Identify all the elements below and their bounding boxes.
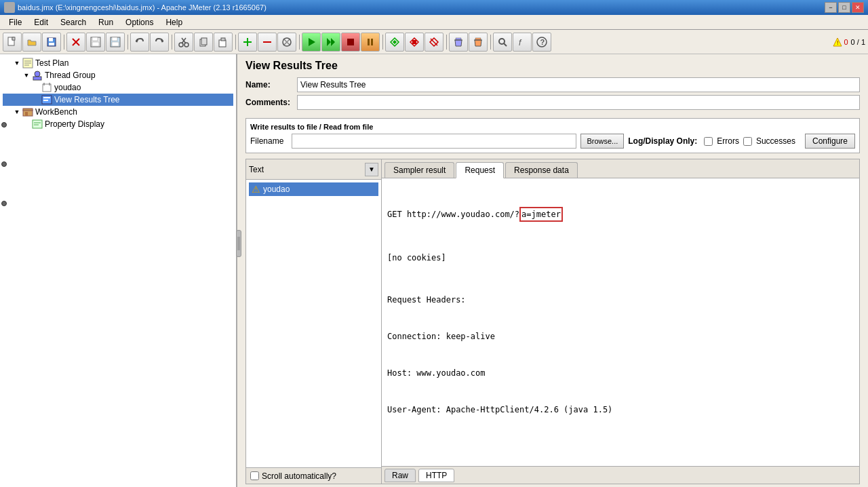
help-button[interactable]: ?: [532, 33, 551, 52]
clear-all-button[interactable]: [449, 33, 468, 52]
scroll-auto-label: Scroll automatically?: [262, 471, 336, 481]
svg-rect-56: [43, 97, 50, 98]
tree-item-thread-group[interactable]: ▼ Thread Group: [3, 69, 233, 81]
scroll-auto-row: Scroll automatically?: [246, 467, 381, 484]
start-button[interactable]: [302, 33, 321, 52]
undo-button[interactable]: [130, 33, 149, 52]
redo-button[interactable]: [150, 33, 169, 52]
function-helper-button[interactable]: f: [513, 33, 532, 52]
results-left-panel: Text ▼ ⚠ youdao Scroll automatically?: [246, 159, 382, 484]
comments-label: Comments:: [245, 98, 293, 107]
right-panel: View Results Tree Name: Comments: Write …: [237, 54, 868, 487]
menu-options[interactable]: Options: [119, 16, 159, 29]
browse-button[interactable]: Browse...: [580, 134, 624, 149]
remove-button[interactable]: [258, 33, 277, 52]
expand-icon: ▼: [12, 60, 22, 66]
write-section-title: Write results to file / Read from file: [250, 123, 855, 131]
sep8: [488, 33, 492, 52]
svg-marker-26: [327, 38, 331, 46]
svg-rect-8: [92, 37, 98, 41]
tab-request[interactable]: Request: [456, 162, 504, 178]
request-line1: GET http://www.youdao.com/?a=jmeter: [387, 207, 854, 222]
tab-response-data[interactable]: Response data: [505, 162, 578, 178]
errors-checkbox[interactable]: [704, 137, 713, 146]
shutdown-button[interactable]: [361, 33, 380, 52]
new-button[interactable]: [3, 33, 22, 52]
request-line2: [no cookies]: [387, 252, 854, 264]
open-button[interactable]: [22, 33, 41, 52]
paste-button[interactable]: [214, 33, 233, 52]
warning-triangle-icon: ⚠: [252, 184, 260, 195]
app-icon: [4, 2, 15, 13]
scroll-auto-checkbox[interactable]: [250, 471, 259, 480]
start-no-pause-button[interactable]: [321, 33, 340, 52]
svg-rect-12: [112, 42, 119, 46]
bottom-tab-http[interactable]: HTTP: [418, 469, 454, 482]
tree-item-youdao[interactable]: ▶ youdao: [3, 81, 233, 94]
filename-label: Filename: [250, 136, 288, 146]
request-line6: User-Agent: Apache-HttpClient/4.2.6 (jav…: [387, 404, 854, 416]
svg-rect-4: [49, 43, 54, 45]
bottom-tab-raw[interactable]: Raw: [384, 469, 416, 482]
log-display-label: Log/Display Only:: [628, 136, 697, 146]
menu-run[interactable]: Run: [92, 16, 119, 29]
remote-stop-button[interactable]: [405, 33, 424, 52]
menu-search[interactable]: Search: [54, 16, 92, 29]
restore-button[interactable]: □: [838, 2, 850, 13]
search-button[interactable]: [493, 33, 512, 52]
successes-checkbox[interactable]: [743, 137, 752, 146]
tree-item-view-results-tree[interactable]: ▶ View Results Tree: [3, 94, 233, 106]
bottom-tab-bar: Raw HTTP: [382, 466, 859, 484]
configure-button[interactable]: Configure: [805, 134, 855, 149]
filename-input[interactable]: [292, 134, 576, 149]
highlighted-param: a=jmeter: [519, 207, 563, 222]
menu-help[interactable]: Help: [159, 16, 189, 29]
write-results-section: Write results to file / Read from file F…: [245, 118, 860, 153]
save-button[interactable]: [86, 33, 105, 52]
menu-file[interactable]: File: [3, 16, 28, 29]
svg-rect-18: [201, 38, 207, 45]
request-line5: Host: www.youdao.com: [387, 367, 854, 379]
result-item-youdao[interactable]: ⚠ youdao: [249, 182, 378, 196]
remote-stop-all-button[interactable]: [425, 33, 443, 52]
stop-button[interactable]: [341, 33, 360, 52]
svg-rect-57: [43, 100, 48, 101]
left-dot-3: [1, 201, 7, 206]
property-display-icon: [31, 119, 43, 130]
request-line3: Request Headers:: [387, 294, 854, 306]
name-label: Name:: [245, 80, 293, 90]
add-button[interactable]: [238, 33, 257, 52]
svg-rect-3: [49, 38, 53, 41]
svg-rect-20: [221, 38, 225, 41]
results-dropdown-button[interactable]: ▼: [365, 163, 378, 176]
titlebar: baidus.jmx (E:\xingnengceshi\baidus.jmx)…: [0, 0, 868, 15]
svg-rect-28: [347, 39, 354, 45]
menu-edit[interactable]: Edit: [28, 16, 54, 29]
close-button[interactable]: ✕: [852, 2, 864, 13]
copy-button[interactable]: [194, 33, 213, 52]
result-item-label: youdao: [263, 184, 290, 194]
main-layout: ▼ Test Plan ▼ Thread Group ▶ youdao ▶: [0, 54, 868, 487]
save-as-button[interactable]: [106, 33, 125, 52]
sep6: [380, 33, 384, 52]
tree-item-test-plan[interactable]: ▼ Test Plan: [3, 57, 233, 69]
minimize-button[interactable]: −: [825, 2, 837, 13]
svg-text:f: f: [519, 38, 522, 47]
svg-marker-32: [393, 40, 397, 44]
save-template-button[interactable]: [42, 33, 61, 52]
clear-results-button[interactable]: [469, 33, 488, 52]
close-plan-button[interactable]: [66, 33, 85, 52]
resize-handle[interactable]: [236, 230, 241, 257]
remote-start-button[interactable]: [385, 33, 404, 52]
errors-label: Errors: [717, 136, 739, 146]
toggle-button[interactable]: [277, 33, 296, 52]
comments-input[interactable]: [297, 95, 860, 110]
sep2: [125, 33, 130, 52]
tab-sampler-result[interactable]: Sampler result: [384, 162, 454, 178]
tree-item-property-display[interactable]: ▶ Property Display: [3, 118, 233, 130]
name-input[interactable]: [297, 77, 860, 92]
cut-button[interactable]: [174, 33, 193, 52]
tree-item-workbench[interactable]: ▼ WorkBench: [3, 106, 233, 118]
results-right-panel: Sampler result Request Response data GET…: [382, 159, 859, 484]
results-header: Text ▼: [246, 159, 381, 180]
